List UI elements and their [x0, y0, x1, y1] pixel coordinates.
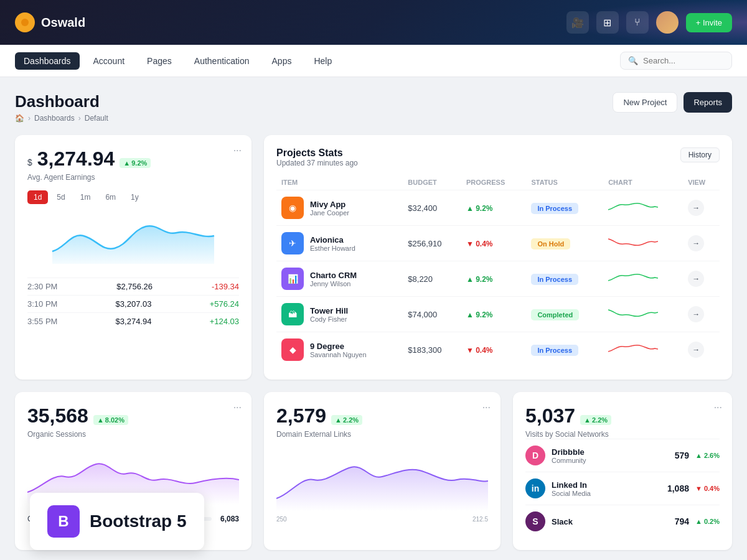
sessions-change: 8.02% — [105, 416, 125, 424]
up-arrow-icon: ▲ — [123, 159, 130, 167]
table-row: 🏔 Tower Hill Cody Fisher $74,000 ▲ 9.2% … — [276, 297, 720, 332]
page-title: Dashboard — [15, 92, 108, 111]
nav-help[interactable]: Help — [305, 52, 341, 70]
domain-chart-labels: 250 212.5 — [276, 516, 488, 523]
col-chart: CHART — [603, 175, 683, 190]
bootstrap-overlay: B Bootstrap 5 — [30, 493, 204, 550]
earnings-subtitle: Avg. Agent Earnings — [27, 173, 239, 182]
earnings-change-value: 9.2% — [131, 159, 147, 167]
earnings-chart — [27, 214, 239, 270]
domain-change: 2.2% — [343, 416, 359, 424]
earnings-time-1: 2:30 PM — [27, 282, 57, 291]
earnings-change-3: +124.03 — [210, 317, 239, 326]
col-status: STATUS — [526, 175, 603, 190]
time-btn-6m[interactable]: 6m — [99, 190, 122, 204]
col-view: VIEW — [683, 175, 720, 190]
social-icon-dribbble: D — [525, 446, 545, 465]
col-budget: BUDGET — [403, 175, 461, 190]
domain-chart-svg — [276, 449, 488, 511]
nav-pages[interactable]: Pages — [138, 52, 181, 70]
col-progress: PROGRESS — [461, 175, 526, 190]
view-project-button[interactable]: → — [688, 235, 704, 251]
view-project-button[interactable]: → — [688, 342, 704, 358]
earnings-change-badge: ▲ 9.2% — [120, 158, 151, 168]
domain-subtitle: Domain External Links — [276, 430, 488, 439]
organic-sessions-card: ··· 35,568 ▲ 8.02% Organic Sessions — [15, 392, 251, 550]
history-button[interactable]: History — [680, 147, 720, 162]
time-btn-1d[interactable]: 1d — [27, 190, 48, 204]
social-change: 2.2% — [592, 416, 608, 424]
earnings-row-2: 3:10 PM $3,207.03 +576.24 — [27, 295, 239, 312]
domain-links-card: ··· 2,579 ▲ 2.2% Domain External Links — [264, 392, 500, 550]
sessions-subtitle: Organic Sessions — [27, 430, 239, 439]
table-row: ◆ 9 Degree Savannah Nguyen $183,300 ▼ 0.… — [276, 332, 720, 368]
view-project-button[interactable]: → — [688, 271, 704, 287]
time-filter: 1d 5d 1m 6m 1y — [27, 190, 239, 204]
home-icon: 🏠 — [15, 114, 24, 123]
bootstrap-label: Bootstrap 5 — [90, 511, 187, 531]
title-area: Dashboard 🏠 › Dashboards › Default — [15, 92, 108, 123]
share-icon-btn[interactable]: ⑂ — [626, 11, 649, 34]
domain-change-badge: ▲ 2.2% — [331, 415, 362, 425]
time-btn-1y[interactable]: 1y — [125, 190, 145, 204]
social-change-badge: ▲ 2.2% — [580, 415, 611, 425]
col-item: ITEM — [276, 175, 403, 190]
avatar[interactable] — [656, 11, 679, 34]
view-project-button[interactable]: → — [688, 200, 704, 216]
main-grid-row-1: ··· $ 3,274.94 ▲ 9.2% Avg. Agent Earning… — [15, 135, 732, 380]
app-name: Oswald — [41, 16, 85, 30]
social-value: 5,037 — [525, 404, 575, 427]
earnings-value: 3,274.94 — [37, 147, 115, 170]
search-icon: 🔍 — [628, 56, 638, 65]
domain-value: 2,579 — [276, 404, 326, 427]
projects-title: Projects Stats — [276, 147, 358, 159]
domain-chart-area: 250 212.5 — [276, 449, 488, 523]
earnings-val-2: $3,207.03 — [116, 299, 152, 309]
earnings-chart-svg — [27, 214, 239, 264]
sessions-more-button[interactable]: ··· — [233, 402, 242, 413]
reports-button[interactable]: Reports — [684, 92, 732, 113]
time-btn-1m[interactable]: 1m — [74, 190, 97, 204]
camera-icon-btn[interactable]: 🎥 — [566, 11, 589, 34]
logo[interactable]: Oswald — [15, 12, 85, 32]
social-icon-linked in: in — [525, 478, 545, 498]
main-content: Dashboard 🏠 › Dashboards › Default New P… — [0, 77, 747, 560]
social-item: in Linked In Social Media 1,088 ▼ 0.4% — [525, 472, 720, 505]
currency-symbol: $ — [27, 157, 32, 167]
earnings-time-3: 3:55 PM — [27, 317, 57, 326]
earnings-time-2: 3:10 PM — [27, 299, 57, 309]
domain-more-button[interactable]: ··· — [482, 402, 491, 413]
nav-authentication[interactable]: Authentication — [186, 52, 258, 70]
country-value: 6,083 — [217, 515, 239, 523]
sessions-change-badge: ▲ 8.02% — [93, 415, 128, 425]
bootstrap-icon: B — [47, 505, 80, 538]
social-networks-card: ··· 5,037 ▲ 2.2% Visits by Social Networ… — [513, 392, 732, 550]
nav-account[interactable]: Account — [85, 52, 134, 70]
new-project-button[interactable]: New Project — [613, 92, 677, 113]
social-more-button[interactable]: ··· — [714, 402, 722, 413]
earnings-change-1: -139.34 — [212, 282, 239, 291]
table-row: ✈ Avionica Esther Howard $256,910 ▼ 0.4%… — [276, 226, 720, 261]
earnings-more-button[interactable]: ··· — [233, 145, 242, 156]
view-project-button[interactable]: → — [688, 306, 704, 322]
time-btn-5d[interactable]: 5d — [50, 190, 71, 204]
breadcrumb-default: Default — [85, 114, 108, 123]
search-input[interactable] — [643, 56, 724, 65]
earnings-table: 2:30 PM $2,756.26 -139.34 3:10 PM $3,207… — [27, 278, 239, 330]
domain-up-arrow: ▲ — [335, 416, 342, 424]
earnings-card: ··· $ 3,274.94 ▲ 9.2% Avg. Agent Earning… — [15, 135, 251, 380]
sparkline-chart — [608, 268, 658, 287]
invite-button[interactable]: + Invite — [686, 13, 732, 32]
breadcrumb-dashboards[interactable]: Dashboards — [34, 114, 75, 123]
projects-table: ITEM BUDGET PROGRESS STATUS CHART VIEW ◉… — [276, 175, 720, 367]
earnings-val-3: $3,274.94 — [116, 317, 152, 326]
projects-title-area: Projects Stats Updated 37 minutes ago — [276, 147, 358, 167]
nav-dashboards[interactable]: Dashboards — [15, 52, 80, 70]
breadcrumb: 🏠 › Dashboards › Default — [15, 114, 108, 123]
earnings-amount: $ 3,274.94 ▲ 9.2% — [27, 147, 239, 170]
table-row: 📊 Charto CRM Jenny Wilson $8,220 ▲ 9.2% … — [276, 261, 720, 297]
social-list: D Dribbble Community 579 ▲ 2.6% in Linke… — [525, 439, 720, 538]
layout-icon-btn[interactable]: ⊞ — [596, 11, 619, 34]
projects-card: Projects Stats Updated 37 minutes ago Hi… — [264, 135, 732, 380]
nav-apps[interactable]: Apps — [263, 52, 301, 70]
